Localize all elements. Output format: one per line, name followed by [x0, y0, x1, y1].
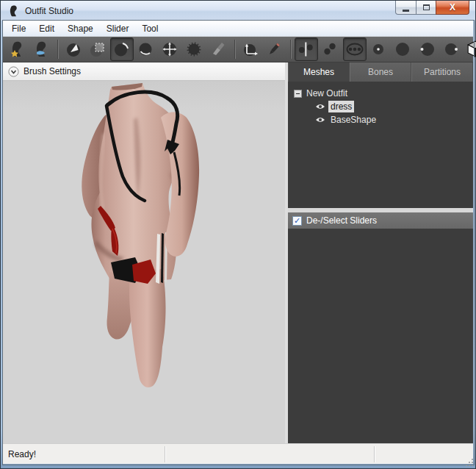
- visibility-eye-icon[interactable]: [315, 116, 325, 123]
- load-project-button[interactable]: [30, 37, 54, 61]
- status-field-ready: Ready!: [3, 444, 165, 464]
- close-button[interactable]: X: [436, 1, 469, 15]
- new-project-button[interactable]: [6, 37, 29, 61]
- brush-falloff-full-icon: [394, 40, 412, 58]
- perspective-cube-button[interactable]: [464, 37, 476, 61]
- global-brush-collision-button[interactable]: [343, 37, 367, 61]
- close-icon: X: [450, 2, 455, 12]
- outfit-studio-window: { "window": { "title": "Outfit Studio" }…: [0, 0, 476, 469]
- menu-slider[interactable]: Slider: [100, 21, 136, 36]
- tree-item-label[interactable]: dress: [328, 101, 354, 112]
- sliders-header-label: De-/Select Sliders: [306, 215, 377, 226]
- brush-settings-label: Brush Settings: [24, 66, 81, 76]
- tree-root-new-outfit[interactable]: New Outfit: [288, 87, 473, 100]
- minimize-button[interactable]: [395, 1, 416, 15]
- toolbar-separator: [290, 40, 292, 59]
- status-field-3: [375, 444, 473, 464]
- brush-falloff-left-button[interactable]: [416, 37, 439, 61]
- smooth-brush-button[interactable]: [183, 37, 206, 61]
- mask-brush-icon: [89, 40, 107, 58]
- brush-falloff-left-icon: [419, 40, 436, 58]
- maximize-button[interactable]: [416, 1, 436, 15]
- deflate-brush-button[interactable]: [134, 37, 158, 61]
- move-brush-icon: [162, 40, 179, 58]
- check-icon: ✓: [294, 216, 300, 224]
- mask-brush-button[interactable]: [86, 37, 109, 61]
- menubar: File Edit Shape Slider Tool: [3, 21, 473, 37]
- sliders-checkbox[interactable]: ✓: [292, 216, 302, 226]
- x-mirror-button[interactable]: [295, 37, 318, 61]
- toolbar-separator: [234, 40, 236, 59]
- inflate-brush-icon: [113, 40, 131, 58]
- chevron-down-icon: [8, 66, 19, 77]
- transform-tool-icon: [242, 40, 259, 58]
- new-project-icon: [9, 40, 26, 58]
- weight-brush-icon: [210, 40, 228, 58]
- menu-tool[interactable]: Tool: [135, 21, 165, 36]
- resize-grip[interactable]: [465, 458, 474, 467]
- brush-falloff-center-icon: [370, 40, 388, 58]
- global-brush-collision-icon: [345, 40, 364, 58]
- maximize-icon: [423, 4, 430, 10]
- status-field-2: [165, 444, 374, 464]
- toolbar: [3, 37, 473, 62]
- caption-buttons: X: [396, 1, 469, 15]
- app-icon: [8, 4, 20, 18]
- statusbar: Ready!: [3, 443, 473, 464]
- meshes-tree: New Outfit dress BaseShape: [288, 82, 473, 208]
- brush-falloff-right-button[interactable]: [440, 37, 464, 61]
- brush-falloff-full-button[interactable]: [392, 37, 415, 61]
- collapse-icon[interactable]: [294, 90, 302, 98]
- edit-pencil-button[interactable]: [263, 37, 286, 61]
- sliders-panel: [288, 229, 473, 443]
- minimize-icon: [403, 10, 409, 12]
- window-title: Outfit Studio: [25, 6, 73, 16]
- brush-settings-header[interactable]: Brush Settings: [3, 62, 285, 81]
- select-tool-button[interactable]: [62, 37, 85, 61]
- connected-only-icon: [322, 40, 339, 58]
- transform-tool-button[interactable]: [239, 37, 262, 61]
- menu-file[interactable]: File: [5, 21, 32, 36]
- model-figure: [3, 81, 285, 443]
- menu-shape[interactable]: Shape: [61, 21, 100, 36]
- x-mirror-icon: [298, 40, 315, 58]
- viewport-3d[interactable]: [3, 81, 285, 443]
- tree-root-label: New Outfit: [306, 88, 347, 99]
- titlebar: Outfit Studio X: [1, 1, 475, 21]
- tree-item-baseshape[interactable]: BaseShape: [288, 113, 473, 126]
- tab-bones[interactable]: Bones: [350, 62, 411, 82]
- select-tool-icon: [65, 40, 82, 58]
- perspective-cube-icon: [466, 40, 476, 59]
- smooth-brush-icon: [186, 40, 203, 58]
- tab-partitions[interactable]: Partitions: [411, 62, 473, 82]
- connected-only-button[interactable]: [319, 37, 342, 61]
- inflate-brush-button[interactable]: [110, 37, 134, 61]
- tree-item-label[interactable]: BaseShape: [328, 114, 378, 126]
- visibility-eye-icon[interactable]: [315, 103, 325, 110]
- right-panel-tabs: Meshes Bones Partitions: [288, 62, 473, 82]
- tree-item-dress[interactable]: dress: [288, 100, 473, 113]
- deflate-brush-icon: [137, 40, 155, 58]
- toolbar-separator: [57, 40, 59, 59]
- tab-meshes[interactable]: Meshes: [288, 62, 350, 82]
- edit-pencil-icon: [266, 40, 284, 58]
- weight-brush-button[interactable]: [207, 37, 231, 61]
- brush-falloff-right-icon: [443, 40, 461, 58]
- menu-edit[interactable]: Edit: [32, 21, 61, 36]
- sliders-header: ✓ De-/Select Sliders: [288, 212, 473, 229]
- move-brush-button[interactable]: [159, 37, 182, 61]
- load-project-icon: [33, 40, 51, 58]
- brush-falloff-center-button[interactable]: [367, 37, 391, 61]
